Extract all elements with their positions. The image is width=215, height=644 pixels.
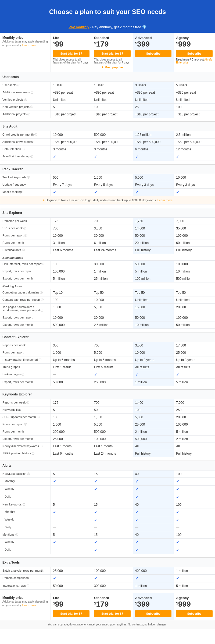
table-row: Additional crawl credits ⓘ +$50 per 500,… (0, 139, 215, 146)
table-row: Rows per month 200,000500,0002 million5 … (0, 428, 215, 436)
bottom-learn-more-link[interactable]: Learn more (22, 604, 36, 607)
site-explorer-section-header: Site Explorer (0, 208, 215, 218)
header: Choose a plan to suit your SEO needs Pay… (0, 0, 215, 33)
table-row: Content gap, rows per report ⓘ 10010,000… (0, 296, 215, 304)
table-row: Batch analysis, rows per month 25,000100… (0, 567, 215, 575)
bottom-standard-name: Standard (94, 596, 131, 600)
info-icon: ⓘ (41, 298, 44, 301)
spacer-row (0, 457, 215, 461)
agency-price: $999 (176, 40, 213, 48)
bottom-lite-trial-button[interactable]: Start trial for $7 (53, 610, 89, 617)
table-row: Export, rows per month 5 million25 milli… (0, 275, 215, 282)
table-row: Export, rows per report 10,00030,00050,0… (0, 314, 215, 321)
info-icon: ⓘ (27, 113, 30, 116)
table-row: User seats ⓘ 1 User1 User3 Users5 Users (0, 82, 215, 89)
table-row: Monthly ✓✓✓✓ (0, 508, 215, 516)
agency-plan-name: Agency (176, 36, 213, 40)
lite-trial-button[interactable]: Start trial for $7 (53, 50, 89, 57)
table-row: History graphs, time period ⓘ Up to 6 mo… (0, 356, 215, 364)
table-row: New keywords ⓘ 51540100 (0, 501, 215, 508)
table-row: Export, rows per report 100,0001 million… (0, 268, 215, 275)
info-icon: ⓘ (40, 445, 42, 448)
bottom-lite-name: Lite (53, 596, 89, 600)
info-icon: ⓘ (41, 309, 43, 312)
learn-more-link[interactable]: Learn more (157, 199, 173, 202)
agency-subscribe-button[interactable]: Subscribe (176, 50, 213, 57)
table-row: Reports per week ⓘ 1757001,4007,000 (0, 399, 215, 406)
table-row: Daily ———— (0, 524, 215, 531)
pay-annually-text: Pay annually, get 2 months free (92, 25, 141, 29)
info-icon: ⓘ (17, 84, 20, 87)
advanced-subscribe-button[interactable]: Subscribe (135, 50, 172, 57)
spacer-row (0, 329, 215, 332)
info-icon: ⓘ (24, 98, 27, 101)
agency-plan-header: Agency $999 Subscribe Need more? Check o… (174, 33, 215, 72)
content-explorer-section-header: Content Explorer (0, 332, 215, 342)
lite-plan-header: Lite $99 Start trial for $7 Trial gives … (51, 33, 92, 72)
info-icon: ⓘ (37, 416, 40, 419)
diamond-icon: 💎 (142, 25, 146, 29)
rank-tracker-section-header: Rank Tracker (0, 164, 215, 174)
rank-tracker-upgrade-banner: ✦ Upgrade to Rank Tracker Pro to get dai… (0, 196, 215, 204)
advanced-price: $399 (135, 40, 172, 48)
footnote: You can upgrade, downgrade, or cancel yo… (0, 620, 215, 629)
table-row: Export, rows per month 500,0002.5 millio… (0, 321, 215, 329)
table-row: Newly discovered keywords ⓘ Last 1 month… (0, 443, 215, 450)
bottom-agency-name: Agency (176, 596, 213, 600)
bottom-price-row: Monthly price Additional taxes may apply… (0, 593, 215, 620)
table-row: Top pages / subfolders / subdomains, row… (0, 304, 215, 314)
table-row: Keywords lists 550100250 (0, 406, 215, 414)
alerts-section-header: Alerts (0, 461, 215, 470)
star-icon: ✦ (42, 199, 45, 202)
table-row: Link Intersect, rows per report ⓘ 1030,0… (0, 261, 215, 268)
info-icon: ⓘ (22, 373, 24, 376)
keywords-explorer-section-header: Keywords Explorer (0, 390, 215, 399)
info-icon: ⓘ (15, 533, 18, 536)
spacer-row (0, 590, 215, 593)
info-icon: ⓘ (26, 401, 29, 404)
info-icon: ⓘ (42, 263, 45, 266)
lite-plan-name: Lite (53, 36, 89, 40)
bottom-agency-subscribe-button[interactable]: Subscribe (176, 610, 213, 617)
table-row: Mentions ⓘ 51540100 (0, 531, 215, 539)
monthly-price-label: Monthly price Additional taxes may apply… (0, 33, 51, 72)
info-icon: ⓘ (23, 503, 25, 506)
bottom-standard-trial-button[interactable]: Start trial for $7 (94, 610, 131, 617)
advanced-plan-name: Advanced (135, 36, 172, 40)
bottom-lite-plan: Lite $99 Start trial for $7 (51, 593, 92, 620)
spacer-row (0, 204, 215, 208)
bottom-advanced-subscribe-button[interactable]: Subscribe (135, 610, 172, 617)
user-seats-section-header: User seats (0, 72, 215, 82)
standard-trial-note: Trial gives access to all features of th… (94, 58, 131, 64)
standard-trial-button[interactable]: Start trial for $7 (94, 50, 131, 57)
table-row: Weekly ✓✓✓✓ (0, 539, 215, 546)
learn-more-link[interactable]: Learn more (22, 44, 36, 47)
bottom-advanced-plan: Advanced $399 Subscribe (133, 593, 174, 620)
table-row: Additional user seats ⓘ +$30 per seat+$3… (0, 89, 215, 96)
bottom-advanced-name: Advanced (135, 596, 172, 600)
table-row: Export, rows per month 25,000100,000500,… (0, 436, 215, 443)
table-row: Data retention ⓘ 3 months3 months6 month… (0, 146, 215, 153)
bottom-advanced-price: $399 (135, 600, 172, 608)
table-row: Verified projects ⓘ UnlimitedUnlimitedUn… (0, 96, 215, 104)
table-row: Rows per report ⓘ 1,0005,00025,000100,00… (0, 421, 215, 428)
bottom-standard-price: $179 (94, 600, 131, 608)
table-row: Integrations, rows ⓘ 50,000300,0001 mill… (0, 582, 215, 590)
standard-price: $179 (94, 40, 131, 48)
ranking-index-subsection: Ranking Index (0, 282, 215, 289)
table-row: New/Lost backlink ⓘ 51540100 (0, 470, 215, 478)
info-icon: ⓘ (24, 234, 27, 237)
pay-monthly-link[interactable]: Pay monthly (69, 25, 89, 29)
table-row: JavaScript rendering ⓘ ✓✓✓✓ (0, 153, 215, 161)
table-row: Historical data ⓘ Last 6 monthsLast 24 m… (0, 247, 215, 254)
info-icon: ⓘ (31, 91, 33, 94)
info-icon: ⓘ (40, 291, 43, 294)
popular-badge: ✦ Most popular (94, 66, 131, 69)
spacer-row (0, 118, 215, 122)
table-row: Trend graphs First 1 resultFirst 5 resul… (0, 364, 215, 371)
bottom-agency-plan: Agency $999 Subscribe (174, 593, 215, 620)
table-row: URLs per week ⓘ 7003,50014,00035,000 (0, 225, 215, 232)
standard-plan-name: Standard (94, 36, 131, 40)
info-icon: ⓘ (39, 358, 41, 361)
table-row: Weekly —✓✓✓ (0, 516, 215, 524)
